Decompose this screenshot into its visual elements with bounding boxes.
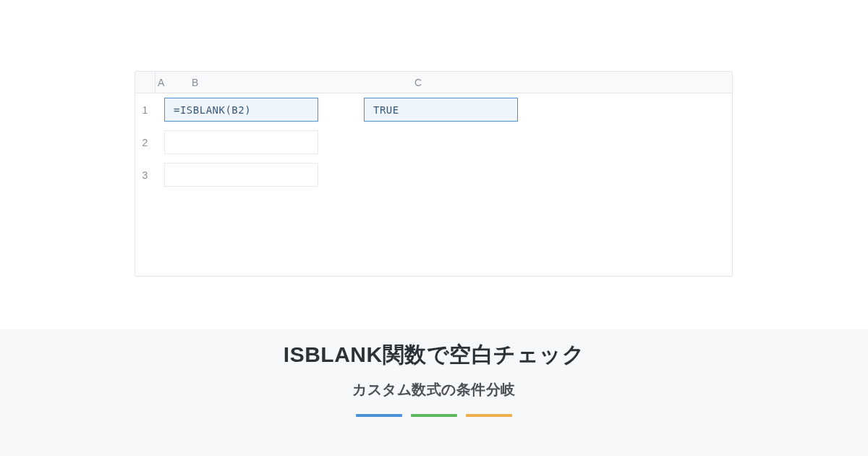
divider-bar-blue: [356, 414, 402, 417]
cell-b3-empty[interactable]: [164, 163, 318, 187]
cell-c1-result[interactable]: TRUE: [364, 98, 518, 122]
title-section: ISBLANK関数で空白チェック カスタム数式の条件分岐: [0, 340, 868, 417]
row-header-1[interactable]: 1: [135, 93, 156, 126]
divider-bar-green: [411, 414, 457, 417]
row-header-2[interactable]: 2: [135, 126, 156, 159]
row-2: 2: [135, 126, 732, 159]
main-title: ISBLANK関数で空白チェック: [0, 340, 868, 370]
sub-title: カスタム数式の条件分岐: [0, 380, 868, 400]
divider-bars: [0, 414, 868, 417]
column-header-b[interactable]: B: [163, 77, 310, 88]
cell-b1-formula[interactable]: =ISBLANK(B2): [164, 98, 318, 122]
corner-cell[interactable]: [135, 72, 156, 93]
cell-b2-empty[interactable]: [164, 130, 318, 154]
row-header-3[interactable]: 3: [135, 159, 156, 191]
divider-bar-orange: [466, 414, 512, 417]
row-3: 3: [135, 159, 732, 191]
column-header-a[interactable]: A: [156, 77, 163, 88]
column-header-row: A B C: [135, 72, 732, 93]
spreadsheet: A B C 1 =ISBLANK(B2) TRUE 2 3: [135, 71, 733, 276]
row-1: 1 =ISBLANK(B2) TRUE: [135, 93, 732, 126]
column-header-c[interactable]: C: [310, 77, 527, 88]
